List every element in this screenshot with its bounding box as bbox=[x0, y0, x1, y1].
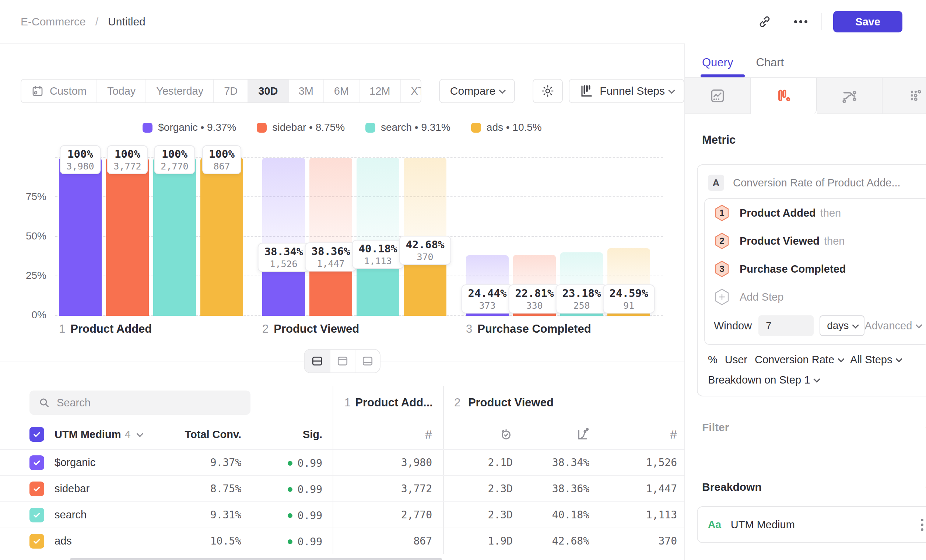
count-column-icon[interactable]: # bbox=[425, 427, 432, 442]
row-label-cell: ads bbox=[0, 534, 169, 549]
bar-solid bbox=[59, 158, 102, 316]
funnel-bar-search-step2[interactable]: 40.18%1,113 bbox=[357, 158, 399, 316]
chart-settings-button[interactable] bbox=[533, 79, 563, 103]
conversion-column-icon[interactable] bbox=[519, 428, 597, 441]
metric-badge: A bbox=[708, 175, 724, 191]
funnel-chart-tab[interactable] bbox=[751, 78, 817, 114]
table-row-search[interactable]: search9.31%0.992,7702.3D40.18%1,113 bbox=[0, 501, 684, 528]
total-conv-header[interactable]: Total Conv. bbox=[169, 428, 243, 440]
line-chart-tab[interactable] bbox=[685, 78, 751, 114]
tab-query[interactable]: Query bbox=[702, 56, 733, 77]
share-link-button[interactable] bbox=[753, 10, 776, 33]
chevron-down-icon bbox=[814, 376, 820, 383]
split-view-toggle[interactable] bbox=[305, 350, 330, 372]
breadcrumb-project[interactable]: E-Commerce bbox=[21, 15, 86, 28]
funnel-step-label-2: 2Product Viewed bbox=[262, 322, 359, 336]
legend-swatch bbox=[471, 123, 481, 133]
scope-dropdown[interactable]: All Steps bbox=[850, 354, 900, 366]
measure-dropdown[interactable]: Conversion Rate bbox=[755, 354, 843, 366]
funnel-bar-organic-step1[interactable]: 100%3,980 bbox=[59, 158, 102, 316]
breadcrumb-title[interactable]: Untitled bbox=[108, 15, 145, 28]
funnel-bar-sidebar-step1[interactable]: 100%3,772 bbox=[106, 158, 149, 316]
select-all-checkbox[interactable] bbox=[29, 427, 44, 442]
row-checkbox[interactable] bbox=[29, 508, 44, 522]
range-12m[interactable]: 12M bbox=[359, 80, 400, 103]
avg-time-value: 1.9D bbox=[444, 535, 519, 547]
search-icon bbox=[38, 397, 50, 409]
add-step-button[interactable]: Add Step bbox=[705, 283, 926, 311]
count-column-icon[interactable]: # bbox=[670, 427, 677, 442]
range-custom[interactable]: Custom bbox=[21, 80, 97, 103]
journey-chart-tab[interactable] bbox=[817, 78, 883, 114]
sig-header[interactable]: Sig. bbox=[243, 428, 333, 440]
funnel-bar-sidebar-step2[interactable]: 38.36%1,447 bbox=[309, 158, 352, 316]
step-number: 3 bbox=[466, 322, 472, 335]
table-row-ads[interactable]: ads10.5%0.998671.9D42.68%370 bbox=[0, 528, 684, 554]
chart-only-view-toggle[interactable] bbox=[330, 350, 355, 372]
advanced-toggle[interactable]: Advanced bbox=[864, 320, 920, 332]
range-yesterday[interactable]: Yesterday bbox=[145, 80, 213, 103]
chart-type-selector[interactable]: Funnel Steps bbox=[569, 79, 684, 103]
range-3m[interactable]: 3M bbox=[288, 80, 324, 103]
table-row-organic[interactable]: $organic9.37%0.993,9802.1D38.34%1,526 bbox=[0, 449, 684, 475]
breakdown-on-step-dropdown[interactable]: Breakdown on Step 1 bbox=[698, 366, 926, 396]
funnel-bar-ads-step2[interactable]: 42.68%370 bbox=[404, 158, 446, 316]
legend-item-ads[interactable]: ads • 10.5% bbox=[471, 121, 542, 133]
bar-count: 258 bbox=[563, 300, 601, 311]
funnel-bar-organic-step2[interactable]: 38.34%1,526 bbox=[262, 158, 305, 316]
legend-label: search • 9.31% bbox=[381, 121, 451, 133]
compare-button[interactable]: Compare bbox=[439, 79, 515, 103]
step1-count: 2,770 bbox=[333, 502, 444, 528]
table-step2-header[interactable]: 2 Product Viewed bbox=[444, 396, 684, 409]
entity-label[interactable]: User bbox=[725, 354, 747, 366]
more-options-button[interactable] bbox=[789, 10, 813, 33]
query-step-2[interactable]: 2Product Viewedthen bbox=[705, 227, 926, 255]
row-checkbox[interactable] bbox=[29, 481, 44, 496]
metric-title-row[interactable]: A Conversion Rate of Product Adde... bbox=[698, 165, 926, 198]
query-step-1[interactable]: 1Product Addedthen bbox=[705, 199, 926, 227]
legend-item-search[interactable]: search • 9.31% bbox=[365, 121, 451, 133]
range-xtd[interactable]: XTD bbox=[400, 80, 421, 103]
chevron-down-icon[interactable] bbox=[136, 430, 143, 437]
chevron-down-icon bbox=[916, 322, 922, 328]
funnel-bar-ads-step1[interactable]: 100%867 bbox=[200, 158, 243, 316]
row-checkbox[interactable] bbox=[29, 456, 44, 470]
save-button[interactable]: Save bbox=[833, 11, 902, 32]
kebab-menu-icon[interactable] bbox=[918, 516, 926, 533]
table-step1-header[interactable]: 1 Product Add... bbox=[333, 386, 444, 420]
range-30d[interactable]: 30D bbox=[248, 80, 287, 103]
table-row-sidebar[interactable]: sidebar8.75%0.993,7722.3D38.36%1,447 bbox=[0, 475, 684, 501]
step2-number: 2 bbox=[454, 396, 460, 409]
scope-label: All Steps bbox=[850, 354, 892, 366]
funnel-bar-sidebar-step3[interactable]: 22.81%330 bbox=[513, 158, 556, 316]
range-6m[interactable]: 6M bbox=[324, 80, 359, 103]
query-step-3[interactable]: 3Purchase Completed bbox=[705, 255, 926, 283]
bar-count: 370 bbox=[406, 252, 445, 262]
funnel-bar-ads-step3[interactable]: 24.59%91 bbox=[607, 158, 650, 316]
row-checkbox[interactable] bbox=[29, 534, 44, 549]
breakdown-item[interactable]: Aa UTM Medium bbox=[697, 506, 926, 543]
horizontal-scrollbar[interactable] bbox=[70, 558, 442, 560]
tab-chart[interactable]: Chart bbox=[756, 56, 784, 77]
range-7d[interactable]: 7D bbox=[213, 80, 248, 103]
search-input[interactable] bbox=[57, 397, 233, 409]
row-label-cell: $organic bbox=[0, 456, 169, 470]
window-value-input[interactable] bbox=[758, 315, 814, 336]
top-bar: E-Commerce / Untitled Save bbox=[0, 0, 926, 44]
window-unit-select[interactable]: days bbox=[820, 315, 864, 336]
range-today[interactable]: Today bbox=[97, 80, 145, 103]
bar-solid bbox=[200, 158, 243, 316]
table-only-view-toggle[interactable] bbox=[355, 350, 380, 372]
step1-count: 867 bbox=[333, 528, 444, 554]
funnel-bar-organic-step3[interactable]: 24.44%373 bbox=[466, 158, 509, 316]
legend-item-organic[interactable]: $organic • 9.37% bbox=[142, 121, 236, 133]
funnel-bar-search-step1[interactable]: 100%2,770 bbox=[153, 158, 196, 316]
group-column-header[interactable]: UTM Medium bbox=[54, 428, 121, 440]
avg-time-column-icon[interactable] bbox=[444, 428, 519, 441]
bar-pct: 24.59% bbox=[610, 287, 648, 300]
legend-item-sidebar[interactable]: sidebar • 8.75% bbox=[257, 121, 345, 133]
funnel-bar-search-step3[interactable]: 23.18%258 bbox=[560, 158, 603, 316]
panel-tabs: Query Chart bbox=[685, 44, 926, 77]
row-label: sidebar bbox=[54, 483, 89, 495]
retention-grid-tab[interactable] bbox=[882, 78, 926, 114]
